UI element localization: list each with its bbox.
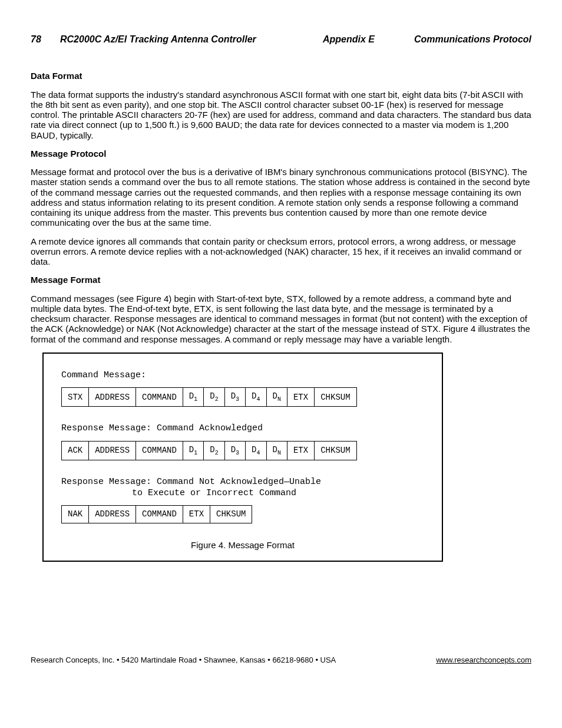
cell-dn: DN bbox=[266, 388, 287, 407]
label-nak-message-2: to Execute or Incorrect Command bbox=[61, 488, 424, 498]
label-nak-message-1: Response Message: Command Not Acknowledg… bbox=[61, 477, 424, 487]
heading-message-format: Message Format bbox=[31, 275, 531, 285]
table-nak-message: NAK ADDRESS COMMAND ETX CHKSUM bbox=[61, 505, 252, 523]
figure-caption: Figure 4. Message Format bbox=[61, 540, 424, 550]
page-number: 78 bbox=[31, 34, 60, 45]
cell-nak: NAK bbox=[62, 506, 89, 523]
cell-dn: DN bbox=[266, 441, 287, 460]
para-data-format: The data format supports the industry's … bbox=[31, 90, 531, 140]
appendix: Appendix E bbox=[296, 34, 402, 45]
heading-data-format: Data Format bbox=[31, 71, 531, 81]
cell-d2: D2 bbox=[204, 388, 224, 407]
cell-d4: D4 bbox=[246, 441, 266, 460]
cell-chk: CHKSUM bbox=[210, 506, 252, 523]
footer-company: Research Concepts, Inc. • 5420 Martindal… bbox=[31, 656, 336, 665]
doc-title: RC2000C Az/El Tracking Antenna Controlle… bbox=[60, 34, 296, 45]
cell-etx: ETX bbox=[287, 441, 314, 460]
cell-d3: D3 bbox=[224, 441, 245, 460]
cell-d1: D1 bbox=[183, 388, 203, 407]
cell-d4: D4 bbox=[246, 388, 266, 407]
section-name: Communications Protocol bbox=[402, 34, 531, 45]
table-command-message: STX ADDRESS COMMAND D1 D2 D3 D4 DN ETX C… bbox=[61, 387, 357, 407]
cell-d1: D1 bbox=[183, 441, 203, 460]
page-footer: Research Concepts, Inc. • 5420 Martindal… bbox=[31, 656, 531, 665]
cell-etx: ETX bbox=[183, 506, 210, 523]
cell-cmd: COMMAND bbox=[136, 388, 183, 407]
table-ack-message: ACK ADDRESS COMMAND D1 D2 D3 D4 DN ETX C… bbox=[61, 441, 357, 460]
cell-etx: ETX bbox=[287, 388, 314, 407]
cell-cmd: COMMAND bbox=[136, 506, 183, 523]
cell-d3: D3 bbox=[224, 388, 245, 407]
footer-url: www.researchconcepts.com bbox=[436, 656, 531, 665]
para-protocol-2: A remote device ignores all commands tha… bbox=[31, 236, 531, 267]
cell-addr: ADDRESS bbox=[89, 388, 136, 407]
page-header: 78 RC2000C Az/El Tracking Antenna Contro… bbox=[31, 34, 531, 45]
label-command-message: Command Message: bbox=[61, 370, 424, 380]
cell-chk: CHKSUM bbox=[315, 388, 356, 407]
cell-d2: D2 bbox=[204, 441, 224, 460]
cell-chk: CHKSUM bbox=[315, 441, 356, 460]
heading-message-protocol: Message Protocol bbox=[31, 149, 531, 159]
cell-cmd: COMMAND bbox=[136, 441, 183, 460]
cell-addr: ADDRESS bbox=[89, 506, 136, 523]
cell-addr: ADDRESS bbox=[89, 441, 136, 460]
cell-ack: ACK bbox=[62, 441, 89, 460]
cell-stx: STX bbox=[62, 388, 89, 407]
figure-4-box: Command Message: STX ADDRESS COMMAND D1 … bbox=[42, 353, 443, 562]
label-ack-message: Response Message: Command Acknowledged bbox=[61, 423, 424, 433]
para-format: Command messages (see Figure 4) begin wi… bbox=[31, 294, 531, 344]
para-protocol-1: Message format and protocol over the bus… bbox=[31, 167, 531, 228]
